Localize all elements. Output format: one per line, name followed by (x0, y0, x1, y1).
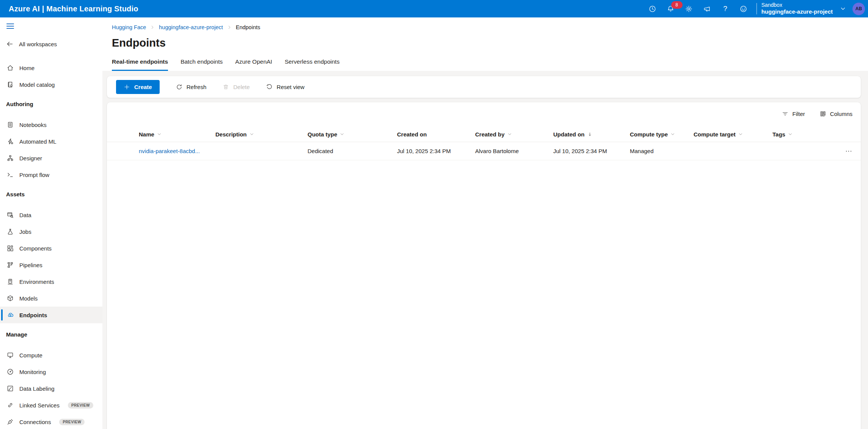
sidebar-item-monitoring[interactable]: Monitoring (0, 363, 102, 380)
sidebar-item-endpoints[interactable]: Endpoints (0, 307, 102, 323)
back-arrow-icon (6, 40, 14, 48)
sidebar-item-jobs[interactable]: Jobs (0, 223, 102, 240)
reset-view-button[interactable]: Reset view (266, 83, 305, 91)
column-header-quota-type[interactable]: Quota type (308, 131, 397, 138)
preview-badge: PREVIEW (59, 419, 85, 425)
notifications-button[interactable]: 8 (662, 0, 680, 17)
tab-serverless-endpoints[interactable]: Serverless endpoints (285, 58, 340, 71)
sidebar: All workspaces Home Model catalog Author… (0, 17, 103, 429)
help-button[interactable]: ? (716, 0, 735, 17)
announcements-button[interactable] (698, 0, 716, 17)
plus-icon (124, 84, 130, 90)
sidebar-item-prompt-flow[interactable]: Prompt flow (0, 166, 102, 183)
linked-services-icon (6, 401, 14, 409)
prompt-flow-icon (6, 171, 14, 178)
automated-ml-icon (6, 138, 14, 145)
sidebar-item-linked-services[interactable]: Linked Services PREVIEW (0, 397, 102, 413)
breadcrumb-chevron-icon (227, 25, 232, 30)
column-header-name[interactable]: Name (139, 131, 215, 138)
collapse-sidebar-button[interactable] (6, 23, 102, 36)
sort-descending-icon (587, 132, 592, 137)
sidebar-item-label: Designer (19, 155, 42, 161)
all-workspaces-label: All workspaces (19, 41, 57, 47)
chevron-down-icon (738, 132, 743, 136)
top-bar-divider (757, 3, 757, 14)
workspace-dropdown-button[interactable] (840, 5, 846, 12)
chevron-down-icon (250, 132, 254, 136)
cell-compute-type: Managed (630, 148, 694, 154)
workspace-switcher[interactable]: Sandbox huggingface-azure-project (761, 2, 833, 16)
delete-button[interactable]: Delete (222, 83, 250, 91)
settings-button[interactable] (680, 0, 698, 17)
all-workspaces-link[interactable]: All workspaces (0, 36, 102, 52)
sidebar-item-label: Compute (19, 352, 42, 359)
sidebar-item-automated-ml[interactable]: Automated ML (0, 133, 102, 150)
data-labeling-icon (6, 385, 14, 392)
azure-ml-studio-app: Azure AI | Machine Learning Studio 8 ? (0, 0, 868, 429)
chevron-down-icon (840, 5, 846, 12)
sidebar-item-data[interactable]: Data (0, 207, 102, 223)
sidebar-item-label: Jobs (19, 229, 31, 235)
sidebar-item-components[interactable]: Components (0, 240, 102, 257)
sidebar-item-label: Environments (19, 279, 54, 285)
table-row[interactable]: nvidia-parakeet-8acbd... Dedicated Jul 1… (107, 142, 861, 160)
create-button[interactable]: Create (116, 80, 160, 94)
breadcrumb-project[interactable]: huggingface-azure-project (159, 24, 223, 30)
breadcrumb-hugging-face[interactable]: Hugging Face (112, 24, 146, 30)
tab-real-time-endpoints[interactable]: Real-time endpoints (112, 58, 168, 71)
sidebar-item-compute[interactable]: Compute (0, 347, 102, 363)
pipelines-icon (6, 261, 14, 269)
reset-view-icon (266, 83, 273, 91)
tab-azure-openai[interactable]: Azure OpenAI (235, 58, 272, 71)
data-icon (6, 211, 14, 219)
sidebar-item-home[interactable]: Home (0, 59, 102, 76)
hamburger-icon (6, 23, 14, 30)
avatar[interactable]: AB (852, 3, 865, 15)
column-header-updated-on[interactable]: Updated on (553, 131, 630, 138)
column-header-created-on[interactable]: Created on (397, 131, 475, 138)
feedback-button[interactable] (735, 0, 753, 17)
home-icon (6, 64, 14, 72)
column-header-tags[interactable]: Tags (772, 131, 829, 138)
sidebar-item-connections[interactable]: Connections PREVIEW (0, 413, 102, 429)
sidebar-item-notebooks[interactable]: Notebooks (0, 116, 102, 133)
endpoint-name-link[interactable]: nvidia-parakeet-8acbd... (139, 148, 215, 154)
page-title: Endpoints (112, 37, 868, 49)
tab-batch-endpoints[interactable]: Batch endpoints (181, 58, 223, 71)
sidebar-item-pipelines[interactable]: Pipelines (0, 257, 102, 273)
smiley-icon (739, 5, 747, 13)
sidebar-item-label: Data (19, 212, 31, 218)
sidebar-item-data-labeling[interactable]: Data Labeling (0, 380, 102, 397)
refresh-icon (176, 83, 183, 91)
sidebar-item-label: Models (19, 295, 38, 302)
endpoints-table-card: Filter Columns Name Description Quota ty (107, 102, 861, 429)
cell-created-by: Alvaro Bartolome (475, 148, 553, 154)
columns-button[interactable]: Columns (819, 110, 852, 117)
table-header-row: Name Description Quota type Created on C… (107, 127, 861, 142)
column-header-compute-type[interactable]: Compute type (630, 131, 694, 138)
breadcrumb-chevron-icon (150, 25, 155, 30)
history-button[interactable] (644, 0, 662, 17)
sidebar-item-designer[interactable]: Designer (0, 150, 102, 166)
sidebar-item-models[interactable]: Models (0, 290, 102, 307)
column-header-description[interactable]: Description (215, 131, 308, 138)
sidebar-item-environments[interactable]: Environments (0, 273, 102, 290)
sidebar-item-model-catalog[interactable]: Model catalog (0, 76, 102, 93)
row-more-actions-button[interactable] (845, 147, 852, 155)
sidebar-item-label: Monitoring (19, 369, 46, 375)
sidebar-item-label: Connections (19, 419, 51, 425)
connections-plug-icon (6, 418, 14, 426)
breadcrumb-current: Endpoints (236, 24, 261, 30)
column-header-compute-target[interactable]: Compute target (694, 131, 772, 138)
refresh-button-label: Refresh (187, 84, 207, 90)
jobs-flask-icon (6, 228, 14, 235)
components-icon (6, 244, 14, 252)
cell-quota-type: Dedicated (308, 148, 397, 154)
refresh-button[interactable]: Refresh (176, 83, 207, 91)
column-header-created-by[interactable]: Created by (475, 131, 553, 138)
reset-view-button-label: Reset view (277, 84, 305, 90)
sidebar-item-label: Endpoints (19, 312, 47, 318)
section-title-authoring: Authoring (0, 96, 102, 112)
filter-button[interactable]: Filter (782, 110, 805, 117)
columns-icon (819, 110, 827, 117)
